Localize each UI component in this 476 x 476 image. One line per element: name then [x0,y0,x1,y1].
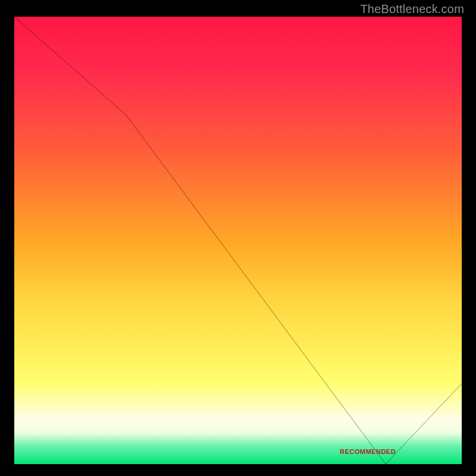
bottleneck-curve [14,17,462,464]
plot-area: RECOMMENDED [14,17,462,464]
curve-polyline [14,17,462,464]
chart-root: TheBottleneck.com RECOMMENDED [0,0,476,476]
recommended-label: RECOMMENDED [340,448,396,455]
watermark-text: TheBottleneck.com [360,2,464,16]
